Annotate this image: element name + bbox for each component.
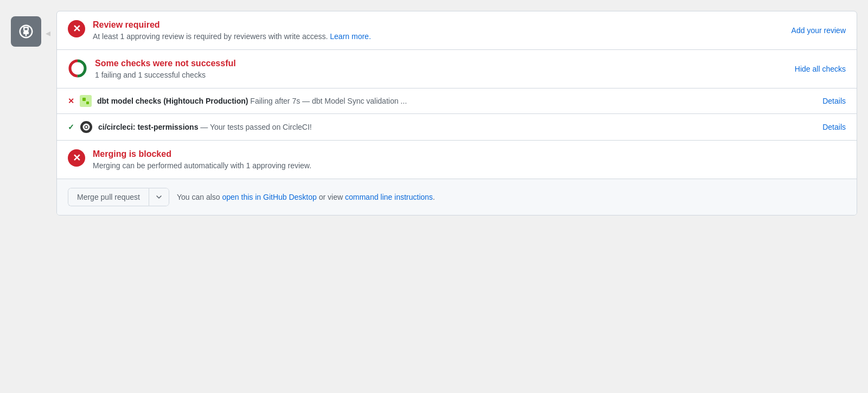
svg-rect-5 xyxy=(82,98,86,101)
git-icon xyxy=(18,23,34,40)
merge-button-group: Merge pull request xyxy=(68,188,169,206)
checks-subtitle: 1 failing and 1 successful checks xyxy=(95,71,787,79)
check-circleci-description: — Your tests passed on CircleCI! xyxy=(200,123,311,131)
merge-info-text-2: or view xyxy=(319,193,343,201)
check-row-circleci: ✓ ci/circleci: test-permissions — Your t… xyxy=(57,114,857,141)
checks-donut-icon xyxy=(68,59,87,78)
check-row-dbt: ✕ dbt model checks (Hightouch Production… xyxy=(57,88,857,114)
review-required-content: Review required At least 1 approving rev… xyxy=(93,20,784,41)
circleci-logo xyxy=(80,121,93,134)
arrow-connector: ◂ xyxy=(46,11,56,39)
review-required-subtitle: At least 1 approving review is required … xyxy=(93,32,784,41)
command-line-link[interactable]: command line instructions xyxy=(345,193,433,201)
merge-blocked-title: Merging is blocked xyxy=(93,149,846,159)
merge-bar: Merge pull request You can also open thi… xyxy=(57,179,857,215)
merge-info-text-3: . xyxy=(433,193,435,201)
check-pass-icon: ✓ xyxy=(68,123,74,131)
svg-point-3 xyxy=(73,64,82,73)
svg-point-9 xyxy=(85,126,87,128)
merge-blocked-section: ✕ Merging is blocked Merging can be perf… xyxy=(57,141,857,179)
review-required-icon: ✕ xyxy=(68,20,85,37)
add-review-button[interactable]: Add your review xyxy=(792,26,846,35)
check-circleci-text: ci/circleci: test-permissions — Your tes… xyxy=(98,123,817,131)
git-icon-container xyxy=(11,16,41,47)
check-dbt-details-link[interactable]: Details xyxy=(822,97,846,105)
merge-blocked-subtitle: Merging can be performed automatically w… xyxy=(93,161,846,170)
hightouch-logo xyxy=(80,95,92,107)
review-required-title: Review required xyxy=(93,20,784,30)
hide-all-checks-button[interactable]: Hide all checks xyxy=(795,65,846,73)
merge-blocked-icon: ✕ xyxy=(68,149,85,167)
merge-info-text: You can also open this in GitHub Desktop… xyxy=(177,193,435,201)
chevron-down-icon xyxy=(156,194,162,200)
merge-pull-request-button[interactable]: Merge pull request xyxy=(68,188,149,206)
checks-content: Some checks were not successful 1 failin… xyxy=(95,59,787,79)
check-circleci-service: ci/circleci: test-permissions xyxy=(98,123,198,131)
checks-title: Some checks were not successful xyxy=(95,59,787,68)
svg-rect-6 xyxy=(86,102,89,104)
merge-info-text-1: You can also xyxy=(177,193,220,201)
check-dbt-text: dbt model checks (Hightouch Production) … xyxy=(97,97,817,105)
check-fail-icon: ✕ xyxy=(68,97,74,105)
github-desktop-link[interactable]: open this in GitHub Desktop xyxy=(222,193,317,201)
checks-section: Some checks were not successful 1 failin… xyxy=(57,50,857,88)
check-dbt-description: Failing after 7s — dbt Model Sync valida… xyxy=(250,97,407,105)
merge-dropdown-button[interactable] xyxy=(149,188,169,206)
learn-more-link[interactable]: Learn more. xyxy=(330,32,371,41)
check-dbt-service: dbt model checks (Hightouch Production) xyxy=(97,97,248,105)
merge-blocked-content: Merging is blocked Merging can be perfor… xyxy=(93,149,846,170)
check-circleci-details-link[interactable]: Details xyxy=(822,123,846,131)
main-panel: ✕ Review required At least 1 approving r… xyxy=(56,11,857,215)
review-required-subtitle-text: At least 1 approving review is required … xyxy=(93,32,328,41)
review-required-section: ✕ Review required At least 1 approving r… xyxy=(57,11,857,50)
